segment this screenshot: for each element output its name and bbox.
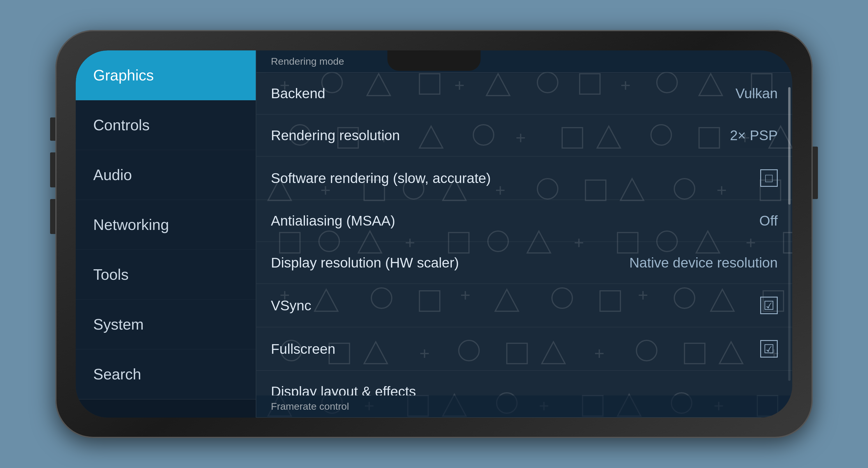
setting-vsync-label: VSync [271, 297, 311, 314]
setting-software-rendering[interactable]: Software rendering (slow, accurate) □ [256, 156, 792, 200]
setting-rendering-resolution-label: Rendering resolution [271, 127, 400, 143]
phone-frame: Graphics Controls Audio Networking Tools… [55, 30, 813, 438]
setting-backend[interactable]: Backend Vulkan [256, 72, 792, 115]
setting-backend-label: Backend [271, 85, 326, 101]
setting-display-resolution-value: Native device resolution [629, 255, 778, 271]
setting-fullscreen-checkbox[interactable]: ☑ [760, 340, 778, 357]
setting-fullscreen-label: Fullscreen [271, 341, 335, 357]
settings-list: Backend Vulkan Rendering resolution 2× P… [256, 72, 792, 396]
phone-screen: Graphics Controls Audio Networking Tools… [76, 51, 792, 417]
section-header-framerate-control: Framerate control [256, 396, 792, 417]
setting-rendering-resolution-value: 2× PSP [730, 127, 778, 143]
setting-rendering-resolution[interactable]: Rendering resolution 2× PSP [256, 115, 792, 156]
phone-notch [388, 51, 480, 71]
setting-display-layout[interactable]: Display layout & effects [256, 371, 792, 396]
setting-antialiasing-label: Antialiasing (MSAA) [271, 213, 395, 229]
setting-vsync[interactable]: VSync ☑ [256, 284, 792, 327]
setting-vsync-checkbox[interactable]: ☑ [760, 297, 778, 314]
volume-down-button[interactable] [50, 199, 55, 234]
setting-display-layout-label: Display layout & effects [271, 383, 416, 396]
sidebar-item-graphics[interactable]: Graphics [76, 51, 256, 100]
sidebar-item-audio[interactable]: Audio [76, 150, 256, 200]
setting-display-resolution[interactable]: Display resolution (HW scaler) Native de… [256, 242, 792, 284]
screen-content: Graphics Controls Audio Networking Tools… [76, 51, 792, 417]
section-header-rendering-mode: Rendering mode [256, 51, 792, 72]
setting-display-resolution-label: Display resolution (HW scaler) [271, 255, 459, 271]
setting-software-rendering-label: Software rendering (slow, accurate) [271, 170, 491, 186]
volume-up-button[interactable] [50, 152, 55, 187]
setting-fullscreen[interactable]: Fullscreen ☑ [256, 327, 792, 371]
sidebar: Graphics Controls Audio Networking Tools… [76, 51, 256, 417]
setting-antialiasing-value: Off [760, 213, 778, 229]
sidebar-item-system[interactable]: System [76, 299, 256, 349]
sidebar-item-networking[interactable]: Networking [76, 200, 256, 250]
setting-backend-value: Vulkan [736, 85, 778, 101]
setting-software-rendering-checkbox[interactable]: □ [760, 169, 778, 187]
sidebar-item-controls[interactable]: Controls [76, 100, 256, 150]
setting-antialiasing[interactable]: Antialiasing (MSAA) Off [256, 200, 792, 242]
volume-mute-button[interactable] [50, 117, 55, 141]
main-content: + + + + [256, 51, 792, 417]
sidebar-item-tools[interactable]: Tools [76, 250, 256, 299]
sidebar-back-button[interactable]: Back [76, 399, 256, 417]
power-button[interactable] [813, 147, 818, 199]
sidebar-item-search[interactable]: Search [76, 349, 256, 399]
